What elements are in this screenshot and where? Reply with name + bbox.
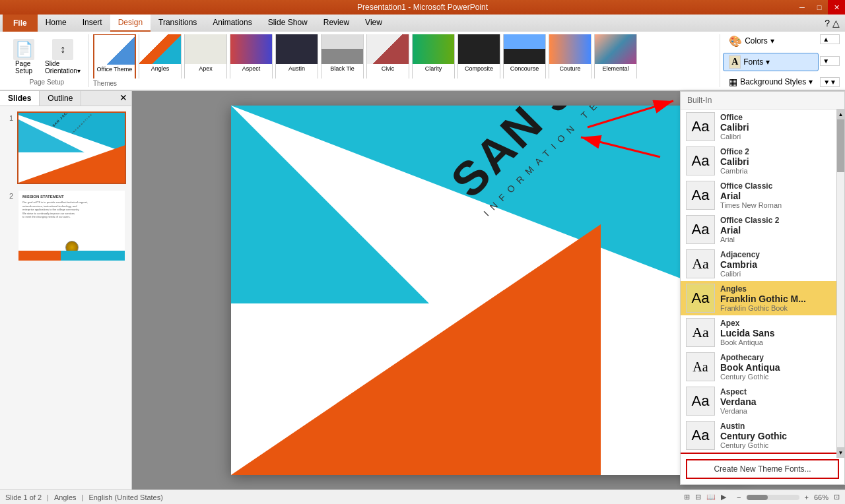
- themes-scroll-down[interactable]: ▼: [820, 56, 840, 66]
- tab-animations[interactable]: Animations: [205, 15, 259, 32]
- theme-item-aspect[interactable]: Aspect: [230, 34, 273, 79]
- slide-thumb-2[interactable]: 2 MISSION STATEMENT Our goal at ITS is t…: [5, 189, 126, 262]
- expand-icon[interactable]: △: [832, 18, 840, 28]
- tab-home[interactable]: Home: [38, 15, 75, 32]
- page-setup-button[interactable]: 📄 PageSetup: [9, 36, 38, 77]
- tab-transitions[interactable]: Transitions: [151, 15, 205, 32]
- font-item-adjacency[interactable]: Aa Adjacency Cambria Calibri: [681, 247, 844, 281]
- font-info-aspect: Aspect Verdana Verdana: [720, 387, 756, 415]
- colors-button[interactable]: 🎨 Colors ▾: [723, 32, 819, 50]
- create-new-theme-fonts-button[interactable]: Create New Theme Fonts...: [686, 459, 839, 479]
- reading-view-icon[interactable]: 📖: [706, 493, 716, 501]
- font-body-officeclassic2: Arial: [720, 236, 779, 243]
- tab-outline[interactable]: Outline: [40, 91, 81, 106]
- ribbon-group-page-setup: 📄 PageSetup ↕ SlideOrientation▾ Page Set…: [5, 34, 89, 87]
- font-body-office2: Cambria: [720, 167, 749, 175]
- font-heading-adjacency: Cambria: [720, 259, 760, 270]
- themes-scroll: ▲ ▼ ▼▼: [820, 34, 840, 87]
- scroll-down-btn[interactable]: ▼: [837, 447, 844, 458]
- font-info-office: Office Calibri Calibri: [720, 113, 749, 141]
- scroll-thumb: [837, 119, 844, 172]
- theme-item-elemental[interactable]: Elemental: [594, 34, 637, 79]
- font-item-aspect[interactable]: Aa Aspect Verdana Verdana: [681, 384, 844, 418]
- theme-name-9: Composite: [458, 64, 500, 73]
- theme-item-clarity[interactable]: Clarity: [412, 34, 455, 79]
- tab-design[interactable]: Design: [110, 15, 151, 32]
- slide-preview-1[interactable]: SAN JACINTO COLLEGE INFORMATION TECHNOLO…: [17, 111, 126, 184]
- slide-orientation-icon: ↕: [52, 39, 73, 60]
- font-preview-office2: Aa: [686, 146, 715, 175]
- themes-scroll-up[interactable]: ▲: [820, 34, 840, 44]
- slide-orientation-button[interactable]: ↕ SlideOrientation▾: [41, 36, 84, 77]
- fonts-list[interactable]: Aa Office Calibri Calibri Aa Office 2 Ca…: [681, 110, 844, 453]
- theme-item-composite[interactable]: Composite: [457, 34, 500, 79]
- background-styles-button[interactable]: ▦ Background Styles ▾: [723, 74, 819, 90]
- theme-preview-11: [549, 34, 591, 64]
- theme-item-officetheme[interactable]: Office Theme: [93, 34, 136, 79]
- font-name-office2: Office 2: [720, 147, 749, 156]
- font-body-adjacency: Calibri: [720, 270, 760, 278]
- fonts-scrollbar[interactable]: ▲ ▼: [836, 109, 844, 458]
- font-item-office2[interactable]: Aa Office 2 Calibri Cambria: [681, 144, 844, 178]
- theme-name-12: Elemental: [595, 64, 636, 73]
- zoom-out-icon[interactable]: −: [737, 493, 741, 501]
- font-body-apex: Book Antiqua: [720, 338, 774, 346]
- font-item-angles[interactable]: Aa Angles Franklin Gothic M... Franklin …: [681, 281, 844, 315]
- theme-preview-9: [458, 34, 500, 64]
- font-info-office2: Office 2 Calibri Cambria: [720, 147, 749, 175]
- font-heading-office: Calibri: [720, 122, 749, 133]
- slideshow-icon[interactable]: ▶: [721, 493, 726, 501]
- status-slide-info: Slide 1 of 2: [5, 493, 42, 501]
- scroll-up-btn[interactable]: ▲: [837, 109, 844, 119]
- tab-review[interactable]: Review: [316, 15, 357, 32]
- font-heading-apex: Lucida Sans: [720, 328, 774, 338]
- font-item-officeclassic[interactable]: Aa Office Classic Arial Times New Roman: [681, 178, 844, 212]
- font-name-adjacency: Adjacency: [720, 250, 760, 259]
- close-panel-button[interactable]: ✕: [116, 91, 131, 106]
- slide-canvas[interactable]: SAN JACINTO COLLEGE INFORMATION TECHNOLO…: [231, 106, 746, 475]
- theme-item-blacktie[interactable]: Black Tie: [321, 34, 364, 79]
- themes-more[interactable]: ▼▼: [820, 77, 840, 87]
- theme-item-concourse[interactable]: Concourse: [503, 34, 546, 79]
- theme-item-couture[interactable]: Couture: [549, 34, 592, 79]
- slide-num-2: 2: [5, 192, 13, 200]
- slide-sorter-icon[interactable]: ⊟: [695, 493, 701, 501]
- font-heading-aspect: Verdana: [720, 396, 756, 407]
- normal-view-icon[interactable]: ⊞: [684, 493, 690, 501]
- font-name-officeclassic2: Office Classic 2: [720, 216, 779, 225]
- help-icon[interactable]: ?: [825, 18, 830, 28]
- slide-preview-2[interactable]: MISSION STATEMENT Our goal at ITS is to …: [17, 189, 126, 262]
- theme-item-austin[interactable]: Austin: [275, 34, 318, 79]
- maximize-button[interactable]: □: [811, 0, 828, 15]
- zoom-slider[interactable]: [747, 495, 799, 500]
- font-preview-aspect: Aa: [686, 387, 715, 416]
- status-language: English (United States): [88, 493, 163, 501]
- tab-insert[interactable]: Insert: [75, 15, 110, 32]
- font-item-austin[interactable]: Aa Austin Century Gothic Century Gothic: [681, 418, 844, 453]
- tab-slideshow[interactable]: Slide Show: [260, 15, 316, 32]
- font-info-apothecary: Apothecary Book Antiqua Century Gothic: [720, 353, 780, 381]
- slide1-background: SAN JACINTO COLLEGE INFORMATION TECHNOLO…: [18, 113, 125, 183]
- tab-slides[interactable]: Slides: [0, 91, 40, 106]
- close-button[interactable]: ✕: [828, 0, 845, 15]
- font-preview-apex: Aa: [686, 318, 715, 347]
- zoom-in-icon[interactable]: +: [805, 493, 809, 501]
- font-item-apothecary[interactable]: Aa Apothecary Book Antiqua Century Gothi…: [681, 350, 844, 384]
- tab-view[interactable]: View: [357, 15, 390, 32]
- theme-item-angles[interactable]: Angles: [139, 34, 182, 79]
- font-item-apex[interactable]: Aa Apex Lucida Sans Book Antiqua: [681, 315, 844, 350]
- slide-thumb-1[interactable]: 1 SAN JACINTO COLLEGE INFORMATION TECHNO…: [5, 111, 126, 184]
- font-info-apex: Apex Lucida Sans Book Antiqua: [720, 319, 774, 346]
- theme-preview-10: [504, 34, 545, 64]
- colors-icon: 🎨: [729, 35, 742, 47]
- font-item-office[interactable]: Aa Office Calibri Calibri: [681, 110, 844, 144]
- minimize-button[interactable]: ─: [794, 0, 811, 15]
- fit-slide-icon[interactable]: ⊡: [834, 493, 840, 501]
- theme-item-civic[interactable]: Civic: [366, 34, 409, 79]
- fonts-button[interactable]: A Fonts ▾: [723, 53, 819, 71]
- theme-item-apex[interactable]: Apex: [184, 34, 227, 79]
- tab-file[interactable]: File: [3, 15, 38, 32]
- font-item-officeclassic2[interactable]: Aa Office Classic 2 Arial Arial: [681, 212, 844, 247]
- slide2-bottom-bar: [18, 251, 125, 261]
- fonts-panel: Built-In Aa Office Calibri Calibri Aa Of…: [680, 91, 845, 485]
